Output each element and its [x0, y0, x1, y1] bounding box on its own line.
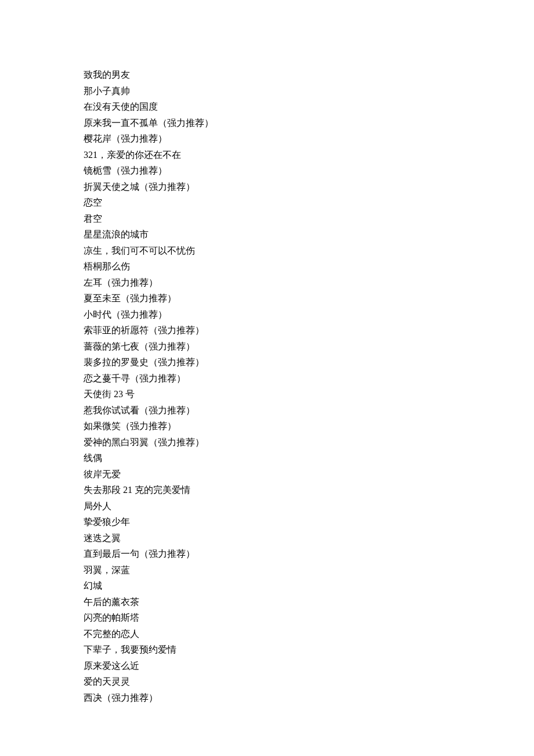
- list-item: 折翼天使之城（强力推荐）: [84, 179, 534, 195]
- list-item: 原来我一直不孤单（强力推荐）: [84, 115, 534, 131]
- list-item: 线偶: [84, 450, 534, 466]
- list-item: 挚爱狼少年: [84, 514, 534, 530]
- list-item: 原来爱这么近: [84, 658, 534, 674]
- list-item: 幻城: [84, 578, 534, 594]
- list-item: 爱的天灵灵: [84, 674, 534, 690]
- document-page: 致我的男友 那小子真帅 在没有天使的国度 原来我一直不孤单（强力推荐） 樱花岸（…: [0, 0, 534, 756]
- list-item: 左耳（强力推荐）: [84, 275, 534, 291]
- list-item: 梧桐那么伤: [84, 258, 534, 275]
- list-item: 迷迭之翼: [84, 530, 534, 546]
- list-item: 失去那段 21 克的完美爱情: [84, 482, 534, 498]
- list-item: 如果微笑（强力推荐）: [84, 418, 534, 434]
- list-item: 局外人: [84, 498, 534, 514]
- list-item: 闪亮的帕斯塔: [84, 610, 534, 626]
- list-item: 321，亲爱的你还在不在: [84, 147, 534, 163]
- list-item: 星星流浪的城市: [84, 226, 534, 243]
- list-item: 裴多拉的罗曼史（强力推荐）: [84, 354, 534, 370]
- list-item: 下辈子，我要预约爱情: [84, 642, 534, 658]
- list-item: 镜栀雪（强力推荐）: [84, 163, 534, 179]
- list-item: 恋之蔓千寻（强力推荐）: [84, 370, 534, 387]
- list-item: 午后的薰衣茶: [84, 594, 534, 610]
- list-item: 君空: [84, 211, 534, 227]
- list-item: 羽翼，深蓝: [84, 562, 534, 578]
- list-item: 樱花岸（强力推荐）: [84, 131, 534, 147]
- list-item: 西决（强力推荐）: [84, 690, 534, 706]
- list-item: 凉生，我们可不可以不忧伤: [84, 243, 534, 259]
- list-item: 在没有天使的国度: [84, 99, 534, 115]
- list-item: 彼岸无爱: [84, 466, 534, 483]
- list-item: 那小子真帅: [84, 83, 534, 99]
- list-item: 蔷薇的第七夜（强力推荐）: [84, 339, 534, 355]
- list-item: 索菲亚的祈愿符（强力推荐）: [84, 322, 534, 339]
- list-item: 小时代（强力推荐）: [84, 307, 534, 323]
- list-item: 不完整的恋人: [84, 626, 534, 642]
- list-item: 恋空: [84, 195, 534, 211]
- list-item: 夏至未至（强力推荐）: [84, 290, 534, 307]
- list-item: 致我的男友: [84, 67, 534, 83]
- list-item: 爱神的黑白羽翼（强力推荐）: [84, 434, 534, 451]
- list-item: 直到最后一句（强力推荐）: [84, 546, 534, 562]
- list-item: 惹我你试试看（强力推荐）: [84, 402, 534, 419]
- list-item: 天使街 23 号: [84, 386, 534, 402]
